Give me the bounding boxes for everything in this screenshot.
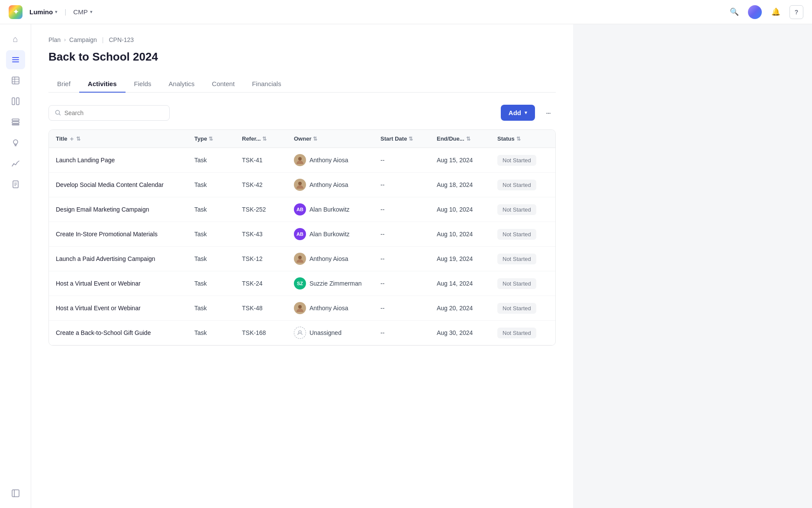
sort-title-icon[interactable]: ⇅	[76, 136, 81, 142]
svg-rect-9	[12, 119, 19, 121]
cell-title: Launch a Paid Advertising Campaign	[49, 247, 187, 271]
section-selector[interactable]: CMP ▾	[73, 8, 92, 16]
table-row[interactable]: Host a Virtual Event or Webinar Task TSK…	[49, 271, 555, 296]
main-content: Plan › Campaign | CPN-123 Back to School…	[31, 24, 573, 508]
cell-ref: TSK-41	[235, 148, 287, 173]
cell-start-date: --	[374, 247, 430, 271]
owner-name: Anthony Aiosa	[309, 255, 348, 262]
col-end-date[interactable]: End/Due...⇅	[430, 130, 490, 148]
status-badge[interactable]: Not Started	[497, 328, 536, 338]
cell-status: Not Started	[490, 321, 555, 345]
cell-title: Develop Social Media Content Calendar	[49, 173, 187, 197]
tab-activities[interactable]: Activities	[79, 76, 126, 93]
sort-type-icon[interactable]: ⇅	[209, 136, 213, 142]
svg-point-12	[13, 140, 18, 144]
sidebar-item-documents[interactable]	[6, 175, 25, 194]
sort-start-icon[interactable]: ⇅	[409, 136, 413, 142]
tab-brief[interactable]: Brief	[48, 76, 79, 93]
sort-end-icon[interactable]: ⇅	[466, 136, 470, 142]
svg-rect-7	[12, 98, 15, 105]
sort-ref-icon[interactable]: ⇅	[262, 136, 267, 142]
cell-owner: AB Alan Burkowitz	[287, 197, 374, 222]
cell-ref: TSK-42	[235, 173, 287, 197]
cell-start-date: --	[374, 321, 430, 345]
user-avatar[interactable]	[748, 5, 762, 19]
col-title[interactable]: Title + ⇅	[49, 130, 187, 148]
owner-name: Unassigned	[309, 329, 342, 336]
cell-end-date: Aug 10, 2024	[430, 197, 490, 222]
notification-icon[interactable]: 🔔	[769, 5, 783, 19]
help-icon[interactable]: ?	[789, 5, 803, 19]
cell-owner: Anthony Aiosa	[287, 247, 374, 271]
svg-rect-18	[12, 490, 19, 497]
table-row[interactable]: Create In-Store Promotional Materials Ta…	[49, 222, 555, 247]
cell-end-date: Aug 18, 2024	[430, 173, 490, 197]
table-row[interactable]: Design Email Marketing Campaign Task TSK…	[49, 197, 555, 222]
cell-start-date: --	[374, 222, 430, 247]
cell-title: Create In-Store Promotional Materials	[49, 222, 187, 247]
more-options-button[interactable]: ···	[540, 105, 556, 121]
status-badge[interactable]: Not Started	[497, 303, 536, 314]
section-chevron-icon: ▾	[90, 9, 93, 15]
sort-status-icon[interactable]: ⇅	[516, 136, 521, 142]
search-box[interactable]	[48, 105, 170, 121]
col-status[interactable]: Status⇅	[490, 130, 555, 148]
cell-start-date: --	[374, 148, 430, 173]
add-button[interactable]: Add ▾	[501, 105, 535, 121]
sort-owner-icon[interactable]: ⇅	[313, 136, 317, 142]
sidebar-item-analytics[interactable]	[6, 154, 25, 173]
status-badge[interactable]: Not Started	[497, 180, 536, 190]
cell-title: Create a Back-to-School Gift Guide	[49, 321, 187, 345]
breadcrumb-campaign[interactable]: Campaign	[69, 36, 97, 43]
table-row[interactable]: Host a Virtual Event or Webinar Task TSK…	[49, 296, 555, 321]
status-badge[interactable]: Not Started	[497, 229, 536, 240]
breadcrumb: Plan › Campaign | CPN-123	[48, 36, 556, 43]
sidebar-item-ideas[interactable]	[6, 133, 25, 152]
cell-start-date: --	[374, 271, 430, 296]
sidebar-item-panel[interactable]	[6, 484, 25, 503]
table-row[interactable]: Develop Social Media Content Calendar Ta…	[49, 173, 555, 197]
cell-type: Task	[187, 321, 235, 345]
tab-fields[interactable]: Fields	[126, 76, 160, 93]
app-logo[interactable]: ✦	[9, 5, 23, 19]
sidebar-item-list[interactable]	[6, 50, 25, 69]
add-row-icon[interactable]: +	[70, 135, 74, 142]
breadcrumb-chevron-icon: ›	[64, 37, 66, 43]
search-input[interactable]	[64, 109, 163, 116]
col-owner[interactable]: Owner⇅	[287, 130, 374, 148]
table-row[interactable]: Create a Back-to-School Gift Guide Task …	[49, 321, 555, 345]
col-ref[interactable]: Refer...⇅	[235, 130, 287, 148]
breadcrumb-plan[interactable]: Plan	[48, 36, 61, 43]
search-icon[interactable]: 🔍	[727, 5, 741, 19]
status-badge[interactable]: Not Started	[497, 254, 536, 264]
status-badge[interactable]: Not Started	[497, 204, 536, 215]
owner-name: Suzzie Zimmerman	[309, 280, 362, 287]
tab-analytics[interactable]: Analytics	[160, 76, 203, 93]
brand-selector[interactable]: Lumino ▾	[29, 8, 58, 16]
tab-content[interactable]: Content	[203, 76, 244, 93]
owner-name: Anthony Aiosa	[309, 157, 348, 164]
sidebar-item-stack[interactable]	[6, 113, 25, 132]
svg-rect-2	[12, 61, 19, 62]
svg-rect-8	[16, 98, 19, 105]
status-badge[interactable]: Not Started	[497, 278, 536, 289]
sidebar-item-board[interactable]	[6, 92, 25, 111]
add-button-chevron-icon: ▾	[525, 110, 527, 116]
sidebar-item-home[interactable]: ⌂	[6, 29, 25, 48]
search-box-icon	[55, 109, 61, 116]
svg-rect-3	[12, 77, 19, 84]
table-row[interactable]: Launch a Paid Advertising Campaign Task …	[49, 247, 555, 271]
table-row[interactable]: Launch Landing Page Task TSK-41 Anthony …	[49, 148, 555, 173]
avatar	[294, 302, 306, 314]
svg-point-24	[298, 256, 302, 259]
cell-ref: TSK-43	[235, 222, 287, 247]
status-badge[interactable]: Not Started	[497, 155, 536, 166]
cell-start-date: --	[374, 173, 430, 197]
tab-financials[interactable]: Financials	[243, 76, 290, 93]
col-type[interactable]: Type⇅	[187, 130, 235, 148]
col-start-date[interactable]: Start Date⇅	[374, 130, 430, 148]
sidebar-item-table[interactable]	[6, 71, 25, 90]
cell-end-date: Aug 20, 2024	[430, 296, 490, 321]
avatar: SZ	[294, 277, 306, 289]
svg-rect-10	[12, 122, 19, 123]
